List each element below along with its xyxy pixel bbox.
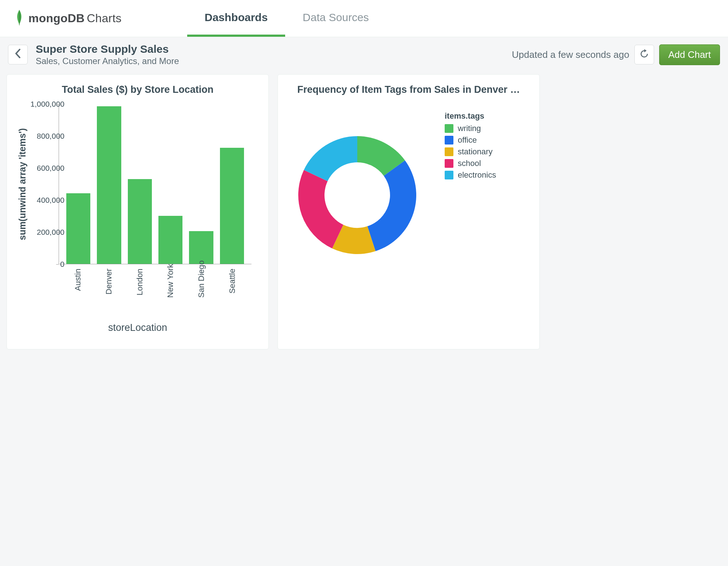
legend-swatch [445, 171, 453, 179]
bar-denver [97, 106, 121, 264]
bar-san-diego [189, 231, 213, 264]
legend-label: school [458, 159, 481, 168]
donut-chart: items.tags writingofficestationaryschool… [286, 100, 531, 333]
legend-item-electronics: electronics [445, 170, 496, 180]
legend-item-writing: writing [445, 124, 496, 133]
legend-swatch [445, 159, 453, 168]
leaf-icon [15, 9, 24, 28]
refresh-button[interactable] [634, 45, 654, 64]
x-tick-label: Seattle [228, 269, 237, 298]
bar-austin [66, 193, 90, 264]
x-tick-label: London [135, 269, 145, 298]
brand-text: mongoDBCharts [28, 12, 122, 25]
chart-title: Frequency of Item Tags from Sales in Den… [286, 84, 531, 95]
donut-legend: items.tags writingofficestationaryschool… [445, 111, 496, 182]
y-tick-label: 1,000,000 [28, 100, 64, 108]
legend-item-stationary: stationary [445, 147, 496, 157]
refresh-icon [640, 49, 649, 60]
donut-slice-office [367, 161, 416, 251]
legend-item-office: office [445, 135, 496, 145]
legend-label: electronics [458, 170, 496, 180]
x-axis-label: storeLocation [15, 322, 260, 333]
chart-card-bar[interactable]: Total Sales ($) by Store Location sum(un… [7, 74, 269, 349]
legend-title: items.tags [445, 111, 496, 121]
tab-dashboards[interactable]: Dashboards [187, 0, 285, 37]
chart-card-donut[interactable]: Frequency of Item Tags from Sales in Den… [278, 74, 540, 349]
nav-tabs: Dashboards Data Sources [187, 0, 386, 37]
y-tick-label: 400,000 [28, 196, 64, 205]
add-chart-button[interactable]: Add Chart [659, 44, 720, 65]
legend-swatch [445, 136, 453, 145]
x-tick-label: Austin [73, 269, 83, 298]
x-tick-label: Denver [104, 269, 114, 298]
legend-label: office [458, 135, 477, 145]
legend-swatch [445, 147, 453, 156]
dashboard-title: Super Store Supply Sales [36, 43, 179, 55]
legend-label: stationary [458, 147, 492, 157]
brand: mongoDBCharts [15, 9, 122, 28]
chevron-left-icon [15, 49, 21, 61]
donut-slice-school [298, 170, 343, 249]
dashboard-title-block: Super Store Supply Sales Sales, Customer… [36, 43, 179, 66]
dashboard-header: Super Store Supply Sales Sales, Customer… [0, 37, 728, 72]
legend-item-school: school [445, 159, 496, 168]
bar-plot-area [59, 104, 252, 264]
charts-grid: Total Sales ($) by Store Location sum(un… [0, 72, 728, 352]
tab-data-sources[interactable]: Data Sources [285, 0, 386, 37]
brand-primary: mongoDB [28, 12, 84, 25]
bar-seattle [220, 148, 244, 264]
legend-swatch [445, 124, 453, 133]
y-tick-label: 800,000 [28, 132, 64, 140]
updated-text: Updated a few seconds ago [512, 49, 629, 60]
legend-label: writing [458, 124, 481, 133]
x-tick-label: San Diego [197, 269, 206, 298]
chart-title: Total Sales ($) by Store Location [15, 84, 260, 95]
bar-london [128, 179, 152, 264]
y-axis-label: sum(unwind array 'items') [17, 128, 28, 240]
y-tick-label: 0 [28, 260, 64, 269]
y-tick-label: 600,000 [28, 164, 64, 173]
donut-svg [292, 130, 423, 261]
bar-chart: sum(unwind array 'items') 0200,000400,00… [15, 100, 260, 333]
x-tick-label: New York [166, 269, 175, 298]
bars-container [59, 104, 251, 264]
back-button[interactable] [8, 45, 28, 64]
bar-new-york [158, 216, 182, 264]
brand-suffix: Charts [87, 12, 121, 25]
y-tick-label: 200,000 [28, 228, 64, 237]
dashboard-subtitle: Sales, Customer Analytics, and More [36, 56, 179, 66]
top-nav: mongoDBCharts Dashboards Data Sources [0, 0, 728, 37]
